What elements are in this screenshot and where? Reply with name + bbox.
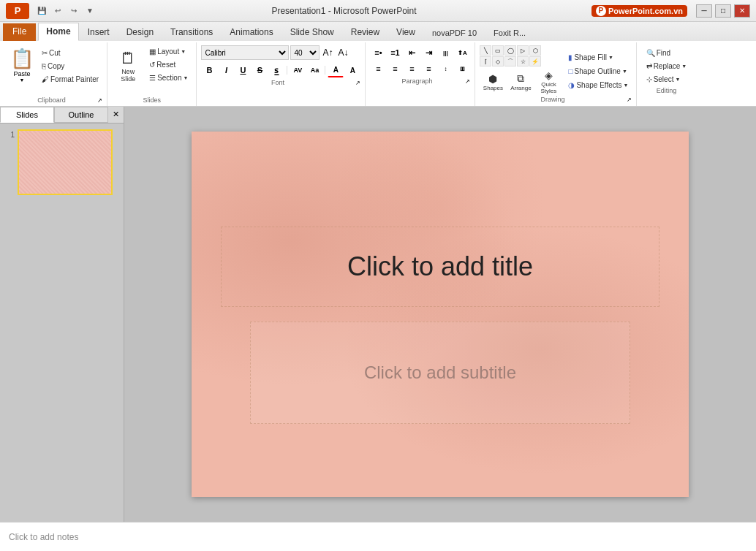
smart-art-button[interactable]: ⊞	[454, 61, 470, 76]
tab-file[interactable]: File	[3, 23, 36, 41]
undo-quick-btn[interactable]: ↩	[51, 4, 64, 18]
slide-title-box[interactable]: Click to add title	[221, 227, 659, 307]
shape-item[interactable]: ⌈	[480, 56, 491, 66]
select-dropdown[interactable]: ▼	[675, 77, 680, 82]
slide-canvas[interactable]: Click to add title Click to add subtitle	[192, 132, 689, 497]
font-color-button[interactable]: A	[328, 63, 344, 77]
underline-button[interactable]: U	[235, 63, 251, 77]
tab-insert[interactable]: Insert	[80, 23, 118, 41]
layout-button[interactable]: ▦ Layout ▼	[145, 45, 192, 58]
shape-fill-dropdown[interactable]: ▼	[608, 55, 613, 60]
align-left-button[interactable]: ≡	[370, 61, 386, 76]
arrange-button[interactable]: ⧉ Arrange	[507, 69, 534, 94]
line-spacing-button[interactable]: ↕	[437, 61, 453, 76]
font-name-select[interactable]: Calibri	[201, 45, 289, 60]
tab-animations[interactable]: Animations	[222, 23, 281, 41]
tab-review[interactable]: Review	[343, 23, 388, 41]
bold-button[interactable]: B	[201, 63, 217, 77]
decrease-font-btn[interactable]: A↓	[336, 46, 350, 59]
slide-subtitle-text[interactable]: Click to add subtitle	[364, 362, 516, 383]
find-button[interactable]: 🔍 Find	[643, 47, 691, 59]
shape-item[interactable]: ⚡	[529, 56, 541, 66]
slide-title-text[interactable]: Click to add title	[347, 251, 533, 282]
shape-item[interactable]: ╲	[480, 45, 491, 56]
shape-effects-button[interactable]: ◑ Shape Effects ▼	[564, 79, 632, 91]
clear-formatting-button[interactable]: A	[344, 63, 360, 77]
tab-foxit[interactable]: Foxit R...	[485, 25, 534, 41]
italic-button[interactable]: I	[218, 63, 234, 77]
restore-btn[interactable]: □	[715, 4, 731, 18]
slides-panel-close-btn[interactable]: ✕	[108, 107, 124, 123]
replace-button[interactable]: ⇄ Replace ▼	[643, 60, 691, 72]
ribbon-group-clipboard: 📋 Paste ▼ ✂ Cut ⎘ Copy 🖌 Format Painter	[3, 42, 107, 106]
shape-fill-button[interactable]: ▮ Shape Fill ▼	[564, 51, 632, 64]
format-painter-button[interactable]: 🖌 Format Painter	[38, 73, 102, 86]
reset-label: Reset	[156, 61, 175, 69]
shape-item[interactable]: ◯	[504, 45, 516, 56]
tab-view[interactable]: View	[388, 23, 423, 41]
shape-outline-button[interactable]: □ Shape Outline ▼	[564, 65, 632, 77]
justify-button[interactable]: ≡	[420, 61, 436, 76]
tab-slideshow[interactable]: Slide Show	[282, 23, 342, 41]
bullets-button[interactable]: ≡•	[370, 45, 386, 60]
section-button[interactable]: ☰ Section ▼	[145, 72, 192, 84]
replace-dropdown[interactable]: ▼	[681, 64, 687, 69]
shapes-button[interactable]: ⬢ Shapes	[480, 69, 506, 94]
tab-design[interactable]: Design	[118, 23, 162, 41]
save-quick-btn[interactable]: 💾	[35, 4, 48, 18]
tab-transitions[interactable]: Transitions	[162, 23, 221, 41]
change-case-button[interactable]: Aa	[306, 63, 322, 77]
copy-button[interactable]: ⎘ Copy	[38, 60, 102, 72]
slide-subtitle-box[interactable]: Click to add subtitle	[250, 322, 630, 424]
increase-font-btn[interactable]: A↑	[320, 46, 335, 59]
font-size-controls: 40 A↑ A↓	[290, 45, 350, 60]
columns-button[interactable]: |||	[437, 45, 453, 60]
shape-item[interactable]: ⌒	[504, 56, 516, 66]
cut-button[interactable]: ✂ Cut	[38, 47, 102, 59]
decrease-indent-button[interactable]: ⇤	[404, 45, 420, 60]
minimize-btn[interactable]: ─	[696, 4, 712, 18]
drawing-expand-icon[interactable]: ↗	[627, 96, 632, 103]
tab-home[interactable]: Home	[38, 23, 78, 41]
reset-button[interactable]: ↺ Reset	[145, 58, 192, 71]
tab-outline[interactable]: Outline	[54, 107, 108, 123]
shape-outline-dropdown[interactable]: ▼	[622, 69, 627, 74]
shape-item[interactable]: ⬡	[529, 45, 541, 56]
close-btn[interactable]: ✕	[734, 4, 750, 18]
align-center-button[interactable]: ≡	[387, 61, 403, 76]
redo-quick-btn[interactable]: ↪	[67, 4, 80, 18]
text-direction-button[interactable]: ⬆A	[454, 45, 470, 60]
shape-item[interactable]: ▭	[492, 45, 504, 56]
slide-thumbnail[interactable]	[18, 129, 113, 195]
select-button[interactable]: ⊹ Select ▼	[643, 73, 691, 86]
quick-styles-button[interactable]: ◈ QuickStyles	[535, 69, 562, 94]
font-size-select[interactable]: 40	[290, 45, 320, 60]
copy-icon: ⎘	[42, 62, 46, 70]
notes-area[interactable]: Click to add notes	[0, 522, 756, 551]
notes-placeholder[interactable]: Click to add notes	[9, 532, 78, 542]
strikethrough-button[interactable]: S	[252, 63, 268, 77]
editing-controls: 🔍 Find ⇄ Replace ▼ ⊹ Select ▼	[643, 44, 691, 86]
increase-indent-button[interactable]: ⇥	[420, 45, 436, 60]
new-slide-button[interactable]: 🗒 NewSlide	[112, 44, 144, 88]
shape-item[interactable]: ◇	[492, 56, 504, 66]
shape-effects-dropdown[interactable]: ▼	[624, 83, 629, 88]
numbering-button[interactable]: ≡1	[387, 45, 403, 60]
tab-slides[interactable]: Slides	[0, 107, 54, 123]
section-icon: ☰	[149, 74, 156, 82]
paragraph-expand-icon[interactable]: ↗	[465, 78, 470, 85]
paste-dropdown[interactable]: ▼	[20, 77, 25, 83]
shape-item[interactable]: ▷	[517, 45, 529, 56]
tab-novapdf[interactable]: novaPDF 10	[424, 25, 485, 41]
align-right-button[interactable]: ≡	[404, 61, 420, 76]
customize-quick-btn[interactable]: ▼	[83, 4, 97, 18]
font-controls: Calibri 40 A↑ A↓ B I U S s̲ AV Aa	[201, 44, 360, 77]
char-spacing-button[interactable]: AV	[290, 63, 306, 77]
layout-dropdown-icon: ▼	[181, 49, 186, 54]
shape-item[interactable]: ☆	[517, 56, 529, 66]
paste-button[interactable]: 📋 Paste ▼	[7, 44, 37, 86]
find-icon: 🔍	[646, 49, 655, 57]
clipboard-expand-icon[interactable]: ↗	[97, 97, 102, 104]
font-expand-icon[interactable]: ↗	[355, 80, 360, 86]
text-shadow-button[interactable]: s̲	[268, 63, 284, 77]
